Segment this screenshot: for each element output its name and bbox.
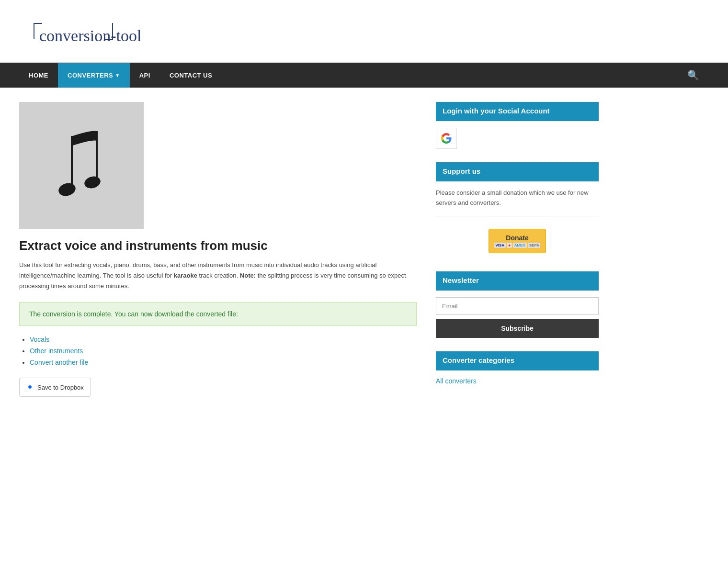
nav-home[interactable]: HOME [19,63,58,88]
sepa-icon: SEPA [528,243,541,248]
navigation: HOME CONVERTERS ▼ API CONTACT US 🔍 [0,63,728,88]
newsletter-header-block: Newsletter [436,271,599,291]
nav-contact-us[interactable]: CONTACT US [160,63,222,88]
svg-rect-1 [34,23,42,24]
divider [436,216,599,216]
converters-chevron-icon: ▼ [115,73,120,78]
list-item: Convert another file [30,359,417,366]
list-item: Other instruments [30,347,417,355]
svg-rect-0 [34,23,34,39]
save-to-dropbox-button[interactable]: ✦ Save to Dropbox [19,378,91,397]
svg-text:conversion-tool: conversion-tool [39,27,141,45]
amex-icon: AMEX [513,243,527,248]
google-icon [441,133,452,144]
success-notification: The conversion is complete. You can now … [19,302,417,326]
google-login-button[interactable] [436,128,457,149]
other-instruments-link[interactable]: Other instruments [30,347,83,355]
header: conversion-tool [0,0,728,63]
categories-header-block: Converter categories [436,351,599,370]
svg-point-7 [57,181,77,197]
support-header: Support us [436,162,599,180]
download-links-list: Vocals Other instruments Convert another… [19,336,417,366]
music-thumbnail [19,102,144,229]
success-message: The conversion is complete. You can now … [29,310,238,318]
donate-cards-icons: VISA ● AMEX SEPA [494,243,541,248]
support-description: Please consider a small donation which w… [436,188,599,208]
social-login-section: Login with your Social Account [436,102,599,149]
vocals-link[interactable]: Vocals [30,336,49,343]
social-login-header-block: Login with your Social Account [436,102,599,121]
sidebar: Login with your Social Account Support u… [436,102,599,398]
subscribe-button[interactable]: Subscribe [436,319,599,338]
converter-categories-section: Converter categories All converters [436,351,599,385]
newsletter-section: Newsletter Subscribe [436,271,599,338]
page-title: Extract voice and instruments from music [19,238,417,253]
convert-another-link[interactable]: Convert another file [30,359,88,366]
main-container: Extract voice and instruments from music… [0,88,728,413]
social-login-header: Login with your Social Account [436,102,599,120]
visa-icon: VISA [494,243,506,248]
music-note-icon [43,123,120,209]
newsletter-header: Newsletter [436,271,599,289]
all-converters-link[interactable]: All converters [436,377,599,385]
page-description: Use this tool for extracting vocals, pia… [19,260,417,292]
dropbox-label: Save to Dropbox [37,384,84,391]
nav-converters[interactable]: CONVERTERS ▼ [58,63,130,88]
support-header-block: Support us [436,162,599,181]
svg-rect-5 [71,136,73,189]
email-field[interactable] [436,297,599,315]
categories-header: Converter categories [436,351,599,369]
donate-label: Donate [506,234,528,242]
donate-button[interactable]: Donate VISA ● AMEX SEPA [489,229,546,253]
dropbox-icon: ✦ [26,382,34,392]
content-area: Extract voice and instruments from music… [19,102,417,398]
search-icon[interactable]: 🔍 [678,63,709,88]
logo-svg: conversion-tool [19,10,172,53]
logo[interactable]: conversion-tool [19,10,709,53]
list-item: Vocals [30,336,417,343]
nav-api[interactable]: API [130,63,160,88]
svg-point-8 [83,175,102,190]
support-section: Support us Please consider a small donat… [436,162,599,258]
mastercard-icon: ● [507,243,512,248]
